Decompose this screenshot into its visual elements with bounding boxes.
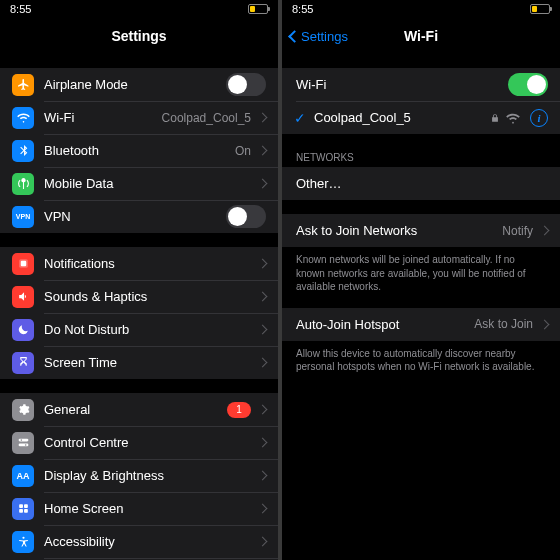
moon-icon (12, 319, 34, 341)
row-dnd[interactable]: Do Not Disturb (0, 313, 278, 346)
chevron-left-icon (288, 30, 301, 43)
chevron-right-icon (258, 325, 268, 335)
row-detail: Coolpad_Cool_5 (162, 111, 251, 125)
row-ask-to-join[interactable]: Ask to Join Networks Notify (282, 214, 560, 247)
chevron-right-icon (258, 113, 268, 123)
antenna-icon (12, 173, 34, 195)
row-display[interactable]: AA Display & Brightness (0, 459, 278, 492)
row-label: Do Not Disturb (44, 322, 251, 337)
row-label: Auto-Join Hotspot (294, 317, 468, 332)
speaker-icon (12, 286, 34, 308)
row-connected-network[interactable]: ✓ Coolpad_Cool_5 i (282, 101, 560, 134)
svg-point-4 (20, 439, 22, 441)
row-auto-join-hotspot[interactable]: Auto-Join Hotspot Ask to Join (282, 308, 560, 341)
settings-screen: 8:55 Settings Airplane Mode (0, 0, 278, 560)
row-accessibility[interactable]: Accessibility (0, 525, 278, 558)
wifi-icon (12, 107, 34, 129)
wifi-switch[interactable] (508, 73, 548, 96)
chevron-right-icon (258, 259, 268, 269)
chevron-right-icon (258, 405, 268, 415)
row-label: Accessibility (44, 534, 251, 549)
text-size-icon: AA (12, 465, 34, 487)
row-detail: Ask to Join (474, 317, 533, 331)
status-time: 8:55 (10, 3, 31, 15)
ask-to-join-footer: Known networks will be joined automatica… (282, 247, 560, 294)
row-control-centre[interactable]: Control Centre (0, 426, 278, 459)
vpn-switch[interactable] (226, 205, 266, 228)
chevron-right-icon (258, 537, 268, 547)
airplane-switch[interactable] (226, 73, 266, 96)
notification-badge: 1 (227, 402, 251, 418)
row-wifi-toggle[interactable]: Wi-Fi (282, 68, 560, 101)
network-name: Coolpad_Cool_5 (314, 110, 484, 125)
airplane-icon (12, 74, 34, 96)
svg-point-10 (22, 537, 24, 539)
chevron-right-icon (258, 438, 268, 448)
hourglass-icon (12, 352, 34, 374)
svg-rect-7 (24, 504, 28, 508)
row-home-screen[interactable]: Home Screen (0, 492, 278, 525)
chevron-right-icon (258, 504, 268, 514)
chevron-right-icon (258, 471, 268, 481)
chevron-right-icon (258, 179, 268, 189)
row-other-network[interactable]: Other… (282, 167, 560, 200)
row-label: Wi-Fi (44, 110, 156, 125)
wifi-screen: 8:55 Settings Wi-Fi Wi-Fi (282, 0, 560, 560)
notifications-icon (12, 253, 34, 275)
back-button[interactable]: Settings (290, 29, 348, 44)
row-label: Ask to Join Networks (294, 223, 496, 238)
wifi-signal-icon (506, 111, 520, 125)
row-label: Notifications (44, 256, 251, 271)
auto-join-footer: Allow this device to automatically disco… (282, 341, 560, 374)
chevron-right-icon (540, 319, 550, 329)
row-label: Home Screen (44, 501, 251, 516)
status-bar: 8:55 (0, 0, 278, 18)
row-wifi[interactable]: Wi-Fi Coolpad_Cool_5 (0, 101, 278, 134)
nav-bar: Settings (0, 18, 278, 54)
svg-rect-3 (18, 444, 28, 447)
row-label: Sounds & Haptics (44, 289, 251, 304)
page-title: Settings (0, 28, 278, 44)
row-vpn[interactable]: VPN VPN (0, 200, 278, 233)
row-label: Other… (294, 176, 548, 191)
row-airplane-mode[interactable]: Airplane Mode (0, 68, 278, 101)
grid-icon (12, 498, 34, 520)
networks-header: Networks (282, 148, 560, 167)
row-label: Wi-Fi (294, 77, 500, 92)
switches-icon (12, 432, 34, 454)
lock-icon (490, 113, 500, 123)
chevron-right-icon (258, 358, 268, 368)
chevron-right-icon (258, 292, 268, 302)
svg-rect-8 (19, 509, 23, 513)
row-label: General (44, 402, 221, 417)
checkmark-icon: ✓ (294, 110, 306, 126)
nav-bar: Settings Wi-Fi (282, 18, 560, 54)
vpn-icon: VPN (12, 206, 34, 228)
row-label: Display & Brightness (44, 468, 251, 483)
chevron-right-icon (540, 226, 550, 236)
svg-rect-2 (18, 439, 28, 442)
svg-rect-6 (19, 504, 23, 508)
row-bluetooth[interactable]: Bluetooth On (0, 134, 278, 167)
row-mobile-data[interactable]: Mobile Data (0, 167, 278, 200)
row-sounds[interactable]: Sounds & Haptics (0, 280, 278, 313)
row-label: Bluetooth (44, 143, 229, 158)
row-detail: Notify (502, 224, 533, 238)
back-label: Settings (301, 29, 348, 44)
bluetooth-icon (12, 140, 34, 162)
row-general[interactable]: General 1 (0, 393, 278, 426)
info-icon[interactable]: i (530, 109, 548, 127)
row-detail: On (235, 144, 251, 158)
battery-icon (248, 4, 268, 14)
person-icon (12, 531, 34, 553)
row-label: Mobile Data (44, 176, 251, 191)
status-bar: 8:55 (282, 0, 560, 18)
battery-icon (530, 4, 550, 14)
row-notifications[interactable]: Notifications (0, 247, 278, 280)
row-label: Airplane Mode (44, 77, 218, 92)
row-label: Control Centre (44, 435, 251, 450)
row-label: VPN (44, 209, 218, 224)
row-label: Screen Time (44, 355, 251, 370)
row-screen-time[interactable]: Screen Time (0, 346, 278, 379)
svg-rect-9 (24, 509, 28, 513)
